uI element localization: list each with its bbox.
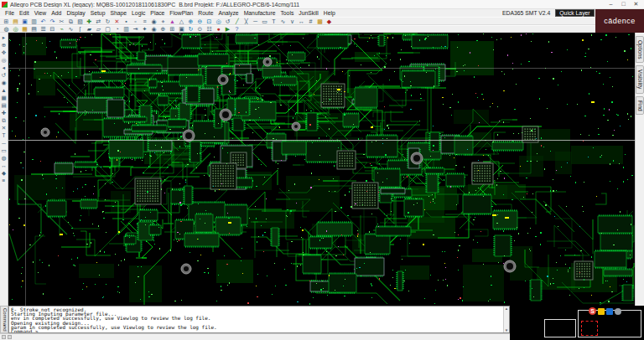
refresh-icon[interactable]: ↻ — [186, 25, 195, 33]
layers-side-icon[interactable]: ▤ — [0, 101, 8, 109]
script-record-icon[interactable]: ● — [214, 25, 223, 33]
menu-item-file[interactable]: File — [3, 10, 17, 16]
drc-check-icon[interactable]: ◆ — [325, 18, 334, 25]
measure-icon[interactable]: ↔ — [297, 18, 306, 25]
close-button[interactable]: ✕ — [630, 0, 642, 8]
menu-item-logic[interactable]: Logic — [129, 10, 148, 16]
menu-item-add[interactable]: Add — [49, 10, 64, 16]
add-line-icon[interactable]: ─ — [251, 18, 260, 25]
grid-toggle-icon[interactable]: # — [306, 18, 315, 25]
open-icon[interactable]: ▤ — [11, 18, 20, 25]
world-view-icon[interactable]: ◎ — [0, 56, 8, 64]
cut-icon[interactable]: ✂ — [57, 18, 66, 25]
delete-icon[interactable]: ✕ — [112, 18, 122, 25]
padstack-icon[interactable]: ◍ — [2, 25, 11, 33]
show-side-icon[interactable]: ◉ — [0, 79, 8, 86]
tab-visibility[interactable]: Visibility — [636, 65, 644, 93]
zoom-in-icon[interactable]: ⊕ — [186, 18, 195, 25]
menu-item-route[interactable]: Route — [195, 10, 216, 16]
redraw-side-icon[interactable]: ↺ — [0, 71, 8, 79]
menu-item-tools[interactable]: Tools — [278, 10, 296, 16]
scroll-down-icon[interactable]: ▼ — [505, 328, 508, 332]
zoom-window-indicator[interactable] — [581, 321, 598, 336]
pan-icon[interactable]: ✥ — [0, 49, 8, 56]
menu-item-junskill[interactable]: JunSkill — [296, 10, 320, 16]
rats-off-icon[interactable]: ╳ — [242, 18, 251, 25]
module-icon[interactable]: ▣ — [177, 25, 186, 33]
menu-item-place[interactable]: Place — [148, 10, 167, 16]
shape-side-icon[interactable]: ▭ — [0, 147, 8, 154]
menu-item-view[interactable]: View — [32, 10, 49, 16]
command-tab[interactable]: Command — [0, 306, 8, 333]
highlight-icon[interactable]: ▲ — [168, 18, 177, 25]
menu-item-shape[interactable]: Shape — [107, 10, 129, 16]
copy-icon[interactable]: ⧉ — [66, 18, 75, 25]
constraints-icon[interactable]: ⊟ — [48, 25, 57, 33]
text-side-icon[interactable]: T — [0, 131, 8, 139]
delete-side-icon[interactable]: ✕ — [0, 124, 8, 131]
blue-app-icon[interactable] — [606, 308, 613, 315]
console-scrollbar[interactable]: ▲ ▼ — [503, 307, 509, 332]
shape-add-icon[interactable]: ▰ — [85, 25, 94, 33]
reuse-icon[interactable]: ⊞ — [168, 25, 177, 33]
fix-icon[interactable]: ▪ — [122, 18, 131, 25]
artwork-icon[interactable]: ✦ — [140, 25, 149, 33]
maximize-button[interactable]: □ — [617, 0, 630, 8]
plot-icon[interactable]: ▥ — [29, 18, 39, 25]
slide-icon[interactable]: ∿ — [278, 18, 288, 25]
color192-icon[interactable]: ▦ — [20, 25, 29, 33]
ncdrill-icon[interactable]: ◉ — [149, 25, 158, 33]
zoom-fit-icon[interactable]: ⊡ — [205, 18, 214, 25]
drc-side-icon[interactable]: ◆ — [0, 169, 8, 177]
status-square-2[interactable] — [8, 335, 12, 339]
xsection-icon[interactable]: ☰ — [39, 25, 48, 33]
vertex-icon[interactable]: ∨ — [288, 18, 297, 25]
show-measure-icon[interactable]: ⌖ — [158, 18, 168, 25]
prev-view-icon[interactable]: ◂ — [0, 64, 8, 71]
add-rect-icon[interactable]: ▭ — [260, 18, 269, 25]
command-console[interactable]: E- Stroke not recognized.Starting Inputi… — [8, 306, 510, 333]
paste-icon[interactable]: ▧ — [75, 18, 85, 25]
warning-icon[interactable] — [598, 308, 605, 315]
menu-item-help[interactable]: Help — [321, 10, 338, 16]
line-side-icon[interactable]: ─ — [0, 139, 8, 147]
eda365-menu-item[interactable]: EDA365 SMT V2.4 — [499, 10, 553, 16]
help-icon[interactable]: ? — [232, 25, 242, 33]
minimize-button[interactable]: – — [605, 0, 617, 8]
script-play-icon[interactable]: ▶ — [223, 25, 232, 33]
datatips-icon[interactable]: ☷ — [205, 25, 214, 33]
move-side-icon[interactable]: ✚ — [0, 109, 8, 116]
unfix-icon[interactable]: ▫ — [131, 18, 140, 25]
netlist-in-icon[interactable]: ⇥ — [131, 25, 140, 33]
status-square-1[interactable] — [2, 335, 6, 339]
property-edit-icon[interactable]: ≡ — [140, 18, 149, 25]
gray-app-icon[interactable] — [615, 308, 621, 315]
copy-side-icon[interactable]: ⧉ — [0, 116, 8, 124]
tab-find[interactable]: Find — [636, 96, 644, 116]
zoom-out-icon[interactable]: ⊖ — [195, 18, 205, 25]
quick-layer-button[interactable]: Quick Layer — [555, 9, 594, 17]
menu-item-display[interactable]: Display — [64, 10, 87, 16]
delay-tune-icon[interactable]: ∫ — [75, 25, 85, 33]
hilite-side-icon[interactable]: ▲ — [0, 86, 8, 94]
via-icon[interactable]: ◎ — [11, 25, 20, 33]
new-icon[interactable]: ⊞ — [2, 18, 11, 25]
move-icon[interactable]: ✚ — [85, 18, 94, 25]
glossing-icon[interactable]: ∿ — [66, 25, 75, 33]
select-icon[interactable]: ▸ — [0, 33, 8, 41]
show-element-icon[interactable]: ◉ — [149, 18, 158, 25]
script-side-icon[interactable]: ≡ — [0, 177, 8, 184]
status-icon[interactable]: ◔ — [112, 25, 122, 33]
zoom-pick-icon[interactable]: ⊕ — [0, 41, 8, 49]
menu-item-setup[interactable]: Setup — [88, 10, 108, 16]
measure-side-icon[interactable]: ↔ — [0, 162, 8, 169]
zoom-world-icon[interactable]: ◎ — [214, 18, 223, 25]
redraw-icon[interactable]: ↺ — [223, 18, 232, 25]
menu-item-analyze[interactable]: Analyze — [216, 10, 241, 16]
color-side-icon[interactable]: ▦ — [0, 94, 8, 101]
rats-on-icon[interactable]: ╱ — [232, 18, 242, 25]
variant-icon[interactable]: ⊕ — [158, 25, 168, 33]
spin-icon[interactable]: ↻ — [103, 18, 112, 25]
route-icon[interactable]: ⌁ — [57, 25, 66, 33]
scroll-up-icon[interactable]: ▲ — [505, 307, 508, 311]
